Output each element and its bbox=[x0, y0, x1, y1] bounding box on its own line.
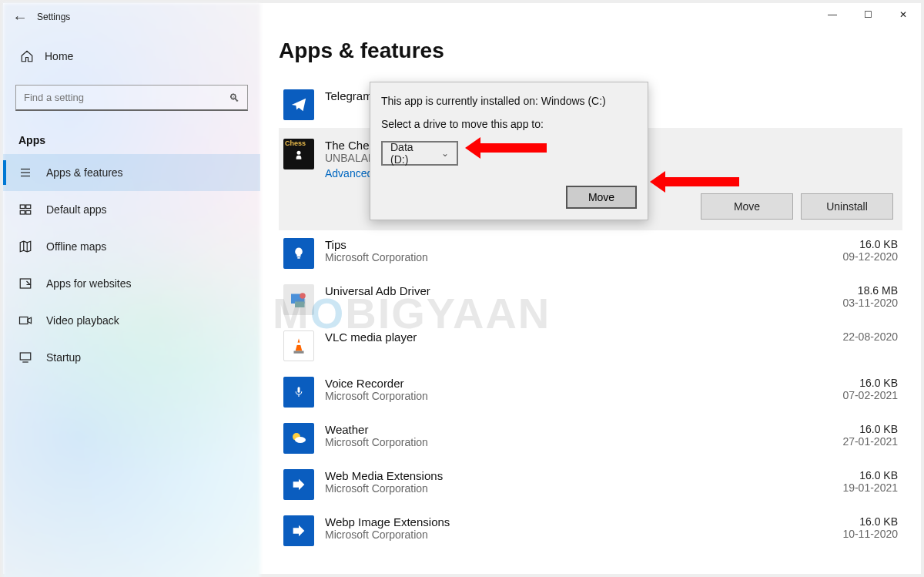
voice-icon bbox=[283, 377, 314, 408]
home-nav[interactable]: Home bbox=[3, 42, 260, 71]
svg-point-14 bbox=[297, 151, 301, 155]
default-icon bbox=[18, 203, 32, 216]
app-row-adb[interactable]: Universal Adb Driver 18.6 MB 03-11-2020 bbox=[279, 277, 902, 323]
sidebar-item-apps-for-websites[interactable]: Apps for websites bbox=[3, 265, 260, 302]
app-row-weather[interactable]: Weather Microsoft Corporation 16.0 KB 27… bbox=[279, 415, 902, 461]
webp-icon bbox=[283, 515, 314, 546]
svg-rect-5 bbox=[26, 205, 31, 209]
window-title: Settings bbox=[37, 12, 70, 22]
sidebar-item-label: Video playback bbox=[46, 314, 119, 327]
svg-rect-21 bbox=[294, 351, 304, 354]
sidebar-item-offline-maps[interactable]: Offline maps bbox=[3, 228, 260, 265]
svg-point-25 bbox=[295, 437, 306, 443]
drive-select-value: Data (D:) bbox=[390, 141, 434, 166]
search-box[interactable]: 🔍︎ bbox=[15, 85, 248, 111]
svg-rect-22 bbox=[298, 387, 300, 393]
app-row-web-media[interactable]: Web Media Extensions Microsoft Corporati… bbox=[279, 461, 902, 508]
sidebar-item-label: Apps & features bbox=[46, 166, 123, 179]
app-name: Web Media Extensions bbox=[325, 469, 782, 482]
map-icon bbox=[18, 240, 32, 253]
sidebar-item-video-playback[interactable]: Video playback bbox=[3, 302, 260, 339]
page-title: Apps & features bbox=[279, 39, 902, 63]
search-input[interactable] bbox=[16, 92, 221, 103]
svg-rect-4 bbox=[20, 211, 25, 215]
dialog-move-button[interactable]: Move bbox=[566, 186, 637, 209]
back-button[interactable]: ← bbox=[3, 3, 37, 31]
svg-rect-20 bbox=[296, 343, 302, 345]
annotation-arrow-select bbox=[465, 140, 547, 156]
sidebar-item-label: Default apps bbox=[46, 203, 107, 216]
sidebar-item-startup[interactable]: Startup bbox=[3, 339, 260, 376]
app-name: Weather bbox=[325, 423, 782, 436]
svg-rect-6 bbox=[26, 211, 31, 215]
uninstall-button[interactable]: Uninstall bbox=[801, 193, 893, 220]
tips-icon bbox=[283, 238, 314, 269]
app-publisher: Microsoft Corporation bbox=[325, 528, 782, 541]
app-date: 03-11-2020 bbox=[782, 297, 898, 309]
app-publisher: Microsoft Corporation bbox=[325, 436, 782, 448]
app-size: 16.0 KB bbox=[782, 377, 898, 389]
svg-marker-11 bbox=[28, 317, 32, 324]
app-publisher: Microsoft Corporation bbox=[325, 390, 782, 402]
app-name: VLC media player bbox=[325, 330, 782, 344]
sidebar-item-label: Startup bbox=[46, 351, 81, 364]
sidebar-item-label: Apps for websites bbox=[46, 277, 132, 290]
app-name: Universal Adb Driver bbox=[325, 284, 782, 297]
app-size: 16.0 KB bbox=[782, 423, 898, 435]
app-publisher: Microsoft Corporation bbox=[325, 251, 782, 263]
app-size: 16.0 KB bbox=[782, 238, 898, 250]
sidebar-item-default-apps[interactable]: Default apps bbox=[3, 191, 260, 228]
webmedia-icon bbox=[283, 469, 314, 500]
video-icon bbox=[18, 314, 32, 327]
svg-rect-17 bbox=[295, 302, 305, 308]
app-date: 10-11-2020 bbox=[782, 528, 898, 540]
telegram-icon bbox=[283, 89, 314, 120]
svg-rect-12 bbox=[20, 353, 31, 360]
app-name: Webp Image Extensions bbox=[325, 515, 782, 528]
chevron-down-icon: ⌄ bbox=[441, 148, 449, 159]
drive-select[interactable]: Data (D:) ⌄ bbox=[381, 141, 458, 166]
websites-icon bbox=[18, 277, 32, 290]
sidebar-item-apps-features[interactable]: Apps & features bbox=[3, 154, 260, 191]
app-row-webp[interactable]: Webp Image Extensions Microsoft Corporat… bbox=[279, 508, 902, 554]
vlc-icon bbox=[283, 330, 314, 361]
home-icon bbox=[20, 49, 34, 63]
list-icon bbox=[18, 166, 32, 179]
app-row-voice-recorder[interactable]: Voice Recorder Microsoft Corporation 16.… bbox=[279, 369, 902, 415]
app-date: 22-08-2020 bbox=[782, 330, 898, 343]
home-label: Home bbox=[45, 50, 73, 62]
chess-icon: Chess bbox=[283, 139, 314, 169]
svg-rect-3 bbox=[20, 205, 25, 209]
app-date: 19-01-2021 bbox=[782, 481, 898, 494]
app-publisher: Microsoft Corporation bbox=[325, 482, 782, 495]
app-row-vlc[interactable]: VLC media player 22-08-2020 bbox=[279, 323, 902, 369]
move-button[interactable]: Move bbox=[701, 193, 793, 220]
app-size: 18.6 MB bbox=[782, 284, 898, 297]
startup-icon bbox=[18, 351, 32, 364]
app-name: Voice Recorder bbox=[325, 377, 782, 390]
app-date: 07-02-2021 bbox=[782, 389, 898, 401]
dialog-line-current-drive: This app is currently installed on: Wind… bbox=[381, 95, 637, 107]
sidebar-item-label: Offline maps bbox=[46, 240, 106, 253]
svg-point-18 bbox=[300, 293, 306, 299]
adb-icon bbox=[283, 284, 314, 315]
app-date: 27-01-2021 bbox=[782, 435, 898, 448]
app-size: 16.0 KB bbox=[782, 469, 898, 481]
svg-rect-15 bbox=[297, 257, 300, 259]
svg-rect-10 bbox=[20, 317, 28, 324]
app-name: Tips bbox=[325, 238, 782, 251]
app-row-tips[interactable]: Tips Microsoft Corporation 16.0 KB 09-12… bbox=[279, 230, 902, 277]
app-size: 16.0 KB bbox=[782, 515, 898, 528]
dialog-line-select-drive: Select a drive to move this app to: bbox=[381, 118, 637, 130]
annotation-arrow-move bbox=[650, 174, 739, 190]
app-date: 09-12-2020 bbox=[782, 250, 898, 263]
sidebar-group-label: Apps bbox=[3, 129, 260, 154]
search-icon: 🔍︎ bbox=[221, 92, 247, 104]
weather-icon bbox=[283, 423, 314, 454]
